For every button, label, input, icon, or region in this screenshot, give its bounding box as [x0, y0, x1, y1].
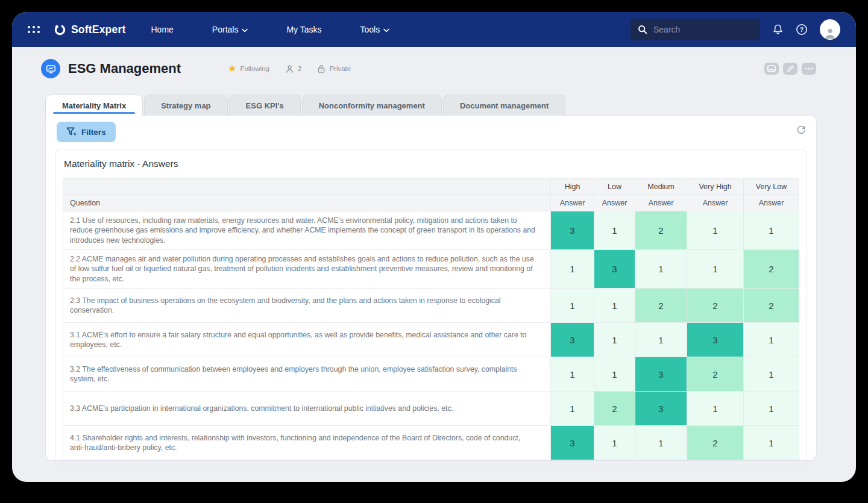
column-header-high: High	[551, 179, 594, 195]
comments-button[interactable]	[764, 63, 779, 75]
refresh-icon[interactable]	[796, 124, 807, 137]
chevron-down-icon	[242, 28, 248, 33]
tab-nonconformity-management[interactable]: Nonconformity management	[302, 95, 442, 116]
matrix-cell[interactable]: 2	[635, 289, 687, 323]
matrix-cell[interactable]: 2	[687, 357, 744, 392]
table-row: 2.1 Use of resources, including raw mate…	[63, 211, 799, 250]
question-header: Question	[63, 195, 551, 211]
matrix-cell[interactable]: 1	[744, 211, 799, 250]
tab-label: Nonconformity management	[319, 101, 425, 110]
matrix-cell[interactable]: 1	[744, 426, 799, 460]
following-toggle[interactable]: ★ Following	[228, 64, 269, 73]
page-title: ESG Management	[68, 61, 181, 77]
members-count-label: 2	[298, 65, 301, 72]
nav-item-portals[interactable]: Portals	[212, 25, 248, 34]
help-icon[interactable]: ?	[796, 23, 808, 36]
nav-item-label: Portals	[212, 25, 239, 34]
matrix-cell[interactable]: 2	[687, 289, 744, 323]
filter-icon	[66, 127, 77, 137]
table-row: 3.2 The effectiveness of communication b…	[63, 357, 799, 392]
matrix-cell[interactable]: 3	[551, 211, 594, 250]
matrix-cell[interactable]: 1	[744, 323, 799, 357]
matrix-cell[interactable]: 3	[635, 357, 687, 392]
matrix-cell[interactable]: 1	[594, 211, 635, 250]
matrix-cell[interactable]: 1	[635, 250, 687, 289]
matrix-cell[interactable]: 1	[635, 323, 687, 357]
header-actions	[764, 63, 816, 75]
answer-subheader: Answer	[635, 195, 687, 211]
matrix-cell[interactable]: 1	[551, 289, 594, 323]
nav-item-home[interactable]: Home	[151, 25, 173, 34]
question-cell: 3.3 ACME's participation in internationa…	[63, 392, 551, 426]
matrix-cell[interactable]: 2	[744, 289, 799, 323]
svg-text:?: ?	[800, 26, 804, 33]
notifications-bell-icon[interactable]	[772, 23, 784, 36]
user-avatar[interactable]	[820, 19, 840, 40]
matrix-cell[interactable]: 3	[551, 323, 594, 357]
header-meta: ★ Following 2 Private	[228, 64, 351, 73]
tab-strategy-map[interactable]: Strategy map	[144, 95, 227, 116]
matrix-cell[interactable]: 3	[594, 250, 635, 289]
more-options-button[interactable]	[802, 63, 816, 75]
answer-subheader: Answer	[551, 195, 594, 211]
nav-right: ?	[631, 19, 840, 40]
top-nav: SoftExpert HomePortalsMy TasksTools ?	[12, 12, 856, 47]
matrix-cell[interactable]: 1	[594, 289, 635, 323]
matrix-cell[interactable]: 1	[551, 392, 594, 426]
column-header-very-high: Very High	[687, 179, 744, 195]
table-row: 2.3 The impact of business operations on…	[63, 289, 799, 323]
tab-bar: Materiality MatrixStrategy mapESG KPI'sN…	[45, 95, 856, 116]
matrix-cell[interactable]: 3	[635, 392, 687, 426]
chevron-down-icon	[383, 28, 389, 33]
matrix-cell[interactable]: 2	[744, 250, 799, 289]
members-count[interactable]: 2	[285, 64, 301, 73]
question-cell: 2.2 ACME manages air and water pollution…	[63, 250, 551, 289]
matrix-cell[interactable]: 1	[594, 426, 635, 460]
matrix-cell[interactable]: 1	[551, 250, 594, 289]
matrix-cell[interactable]: 3	[551, 426, 594, 460]
corner-cell	[63, 179, 551, 195]
matrix-cell[interactable]: 1	[687, 250, 744, 289]
matrix-cell[interactable]: 2	[635, 211, 687, 250]
column-header-low: Low	[594, 179, 635, 195]
nav-links: HomePortalsMy TasksTools	[151, 25, 389, 34]
answer-subheader: Answer	[594, 195, 635, 211]
matrix-cell[interactable]: 1	[594, 357, 635, 392]
answer-subheader: Answer	[744, 195, 799, 211]
brand-logo[interactable]: SoftExpert	[54, 23, 125, 36]
nav-item-tools[interactable]: Tools	[360, 25, 390, 34]
members-icon	[285, 64, 294, 73]
nav-item-my-tasks[interactable]: My Tasks	[286, 25, 321, 34]
tab-label: Strategy map	[161, 101, 210, 110]
star-icon: ★	[228, 64, 236, 73]
edit-button[interactable]	[783, 63, 797, 75]
tab-materiality-matrix[interactable]: Materiality Matrix	[45, 95, 143, 116]
column-header-very-low: Very Low	[744, 179, 799, 195]
search-input[interactable]	[652, 24, 753, 35]
matrix-cell[interactable]: 2	[687, 426, 744, 460]
filters-button[interactable]: Filters	[57, 122, 116, 142]
answer-subheader: Answer	[687, 195, 744, 211]
global-search[interactable]	[631, 19, 760, 40]
tab-label: Materiality Matrix	[62, 101, 126, 110]
matrix-cell[interactable]: 1	[744, 392, 799, 426]
matrix-cell[interactable]: 1	[687, 392, 744, 426]
privacy-status[interactable]: Private	[317, 64, 351, 73]
matrix-cell[interactable]: 3	[687, 323, 744, 357]
question-cell: 4.1 Shareholder rights and interests, re…	[63, 426, 551, 460]
question-cell: 3.2 The effectiveness of communication b…	[63, 357, 551, 392]
tab-document-management[interactable]: Document management	[443, 95, 565, 116]
following-label: Following	[240, 65, 269, 72]
matrix-cell[interactable]: 1	[551, 357, 594, 392]
tab-label: ESG KPI's	[246, 101, 284, 110]
matrix-cell[interactable]: 2	[594, 392, 635, 426]
matrix-cell[interactable]: 1	[594, 323, 635, 357]
apps-grid-icon[interactable]	[28, 26, 40, 34]
tab-esg-kpi-s[interactable]: ESG KPI's	[229, 95, 301, 116]
answers-card: Materiality matrix - Answers HighLowMedi…	[55, 149, 807, 469]
filters-label: Filters	[81, 128, 106, 137]
matrix-cell[interactable]: 1	[635, 426, 687, 460]
matrix-cell[interactable]: 1	[687, 211, 744, 250]
search-icon	[638, 25, 647, 34]
matrix-cell[interactable]: 1	[744, 357, 799, 392]
